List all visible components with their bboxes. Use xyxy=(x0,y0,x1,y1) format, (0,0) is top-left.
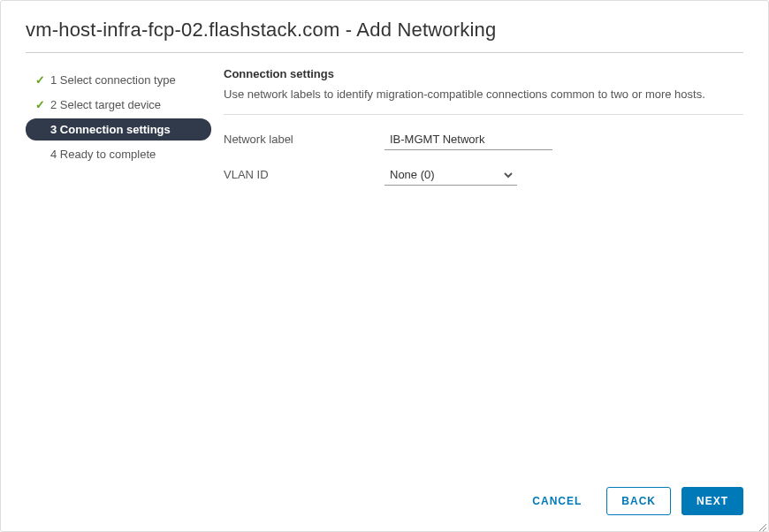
back-button[interactable]: BACK xyxy=(606,487,671,515)
wizard-step-1[interactable]: ✓ 1 Select connection type xyxy=(26,69,211,91)
wizard-step-label: 3 Connection settings xyxy=(50,123,171,136)
dialog-footer: CANCEL BACK NEXT xyxy=(518,487,743,515)
network-label-input[interactable] xyxy=(384,129,552,150)
dialog-header: vm-host-infra-fcp-02.flashstack.com - Ad… xyxy=(1,1,768,52)
next-button[interactable]: NEXT xyxy=(681,487,743,515)
wizard-steps: ✓ 1 Select connection type ✓ 2 Select ta… xyxy=(26,67,211,200)
network-label-field-label: Network label xyxy=(224,133,384,146)
wizard-step-label: 1 Select connection type xyxy=(50,73,176,87)
wizard-step-4[interactable]: 4 Ready to complete xyxy=(26,143,211,165)
vlan-id-field-label: VLAN ID xyxy=(224,168,384,181)
content-heading: Connection settings xyxy=(224,67,743,80)
vlan-id-select[interactable]: None (0) xyxy=(384,164,517,186)
resize-handle-icon[interactable] xyxy=(758,521,766,529)
svg-line-0 xyxy=(758,524,766,532)
wizard-step-label: 4 Ready to complete xyxy=(50,148,156,161)
vlan-id-selected-value: None (0) xyxy=(390,168,435,181)
content-description: Use network labels to identify migration… xyxy=(224,86,743,103)
cancel-button[interactable]: CANCEL xyxy=(518,488,596,514)
form-row-vlan-id: VLAN ID None (0) xyxy=(224,164,743,186)
check-icon: ✓ xyxy=(33,98,47,111)
dialog-body: ✓ 1 Select connection type ✓ 2 Select ta… xyxy=(1,53,768,200)
wizard-step-label: 2 Select target device xyxy=(50,98,161,111)
chevron-down-icon xyxy=(503,170,514,183)
wizard-step-3[interactable]: 3 Connection settings xyxy=(26,118,211,141)
wizard-step-2[interactable]: ✓ 2 Select target device xyxy=(26,94,211,116)
content-divider xyxy=(224,114,743,115)
dialog-title: vm-host-infra-fcp-02.flashstack.com - Ad… xyxy=(26,19,743,42)
check-icon: ✓ xyxy=(33,73,47,87)
content-panel: Connection settings Use network labels t… xyxy=(211,67,743,200)
form-row-network-label: Network label xyxy=(224,129,743,150)
